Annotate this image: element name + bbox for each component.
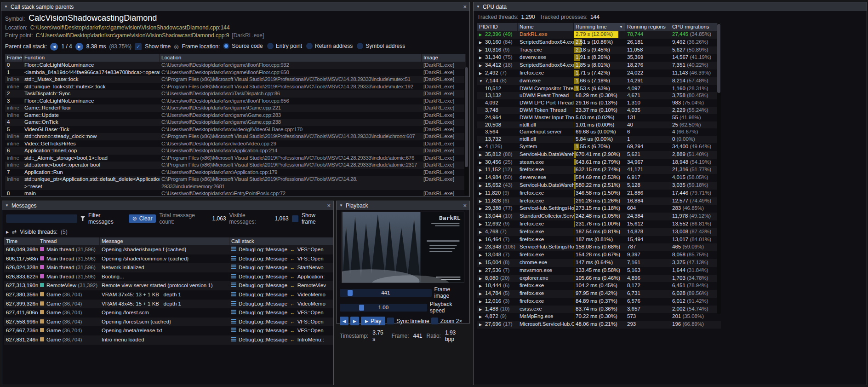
radio-return-address[interactable]: Return address [306, 43, 353, 49]
callstack-list-icon[interactable] [231, 292, 236, 296]
callstack-row[interactable]: inlinestd::chrono::steady_clock::nowC:\P… [5, 133, 466, 140]
collapse-icon[interactable]: ▼ [5, 203, 9, 208]
expand-row-icon[interactable]: ▶ [479, 298, 485, 306]
expand-row-icon[interactable]: ▶ [479, 39, 485, 46]
callstack-list-icon[interactable] [231, 319, 236, 323]
prev-parent-button[interactable]: ◀ [50, 43, 58, 51]
cpu-row[interactable]: ▶18,444(6)firefox.exe104.2 ms (0.45%)8,1… [477, 282, 721, 290]
visible-threads-expander-icon[interactable]: ▶ [6, 230, 9, 234]
col-pid-tid[interactable]: PID/TID [477, 23, 518, 31]
sync-timeline-checkbox[interactable]: ✓ [387, 318, 394, 324]
expand-row-icon[interactable]: ▶ [479, 159, 485, 167]
location-cell[interactable]: C:\Users\wolf\Desktop\darkrl\src\TaskDis… [160, 90, 422, 98]
location-cell[interactable]: C:\Program Files (x86)\Microsoft Visual … [160, 162, 422, 169]
cpu-row[interactable]: ▶11,820(9)firefox.exe346.58 ms (1.50%)21… [477, 190, 721, 197]
expand-row-icon[interactable]: ▶ [479, 267, 485, 275]
cpu-row[interactable]: ▶14,984(50)devenv.exe584.69 ms (2.53%)6,… [477, 174, 721, 182]
location-cell[interactable]: C:\Users\wolf\Desktop\darkrl\src\game\Ga… [160, 112, 422, 119]
cpu-row[interactable]: ▶12,692(9)firefox.exe231.76 ms (1.00%)15… [477, 220, 721, 228]
cpu-row[interactable]: ▶16,464(7)firefox.exe187 ms (0.81%)15,49… [477, 236, 721, 244]
expand-row-icon[interactable]: ▶ [479, 47, 485, 54]
cpu-row[interactable]: ▶22,396(49)DarkRL.exe2.79 s (12.06%)78,7… [477, 31, 721, 39]
cpu-row[interactable]: ▶4,768(7)firefox.exe187.54 ms (0.81%)14,… [477, 228, 721, 236]
callstack-row[interactable]: inlinestd::unique_ptr<Application,std::d… [5, 176, 466, 190]
expand-row-icon[interactable]: ▶ [479, 229, 485, 236]
cpu-row[interactable]: ▶14,784(5)firefox.exe97.95 ms (0.42%)6,7… [477, 290, 721, 298]
callstack-cell[interactable]: DebugLog::Message←StartNetwo [229, 263, 333, 272]
collapse-icon[interactable]: ▼ [476, 5, 480, 9]
location-cell[interactable]: C:\Users\wolf\Desktop\darkrl\src\Applica… [160, 169, 422, 176]
cpu-row[interactable]: ▶27,696(17)Microsoft.ServiceHub.Co48.06 … [477, 321, 721, 329]
message-row[interactable]: 627,380,356nsGame (36,704)VRAM 37x45: 13… [4, 290, 333, 300]
cpu-row[interactable]: 13,732ntdll.dll5.84 us (0.00%)10 (0.00%) [477, 136, 721, 143]
collapse-row-icon[interactable]: ▼ [479, 78, 485, 85]
filter-input[interactable] [6, 214, 77, 223]
step-forward-button[interactable]: ▶ [350, 317, 359, 325]
callstack-list-icon[interactable] [231, 265, 236, 269]
col-running-regions[interactable]: Running regions [625, 23, 670, 31]
callstack-list-icon[interactable] [231, 328, 236, 332]
callstack-row[interactable]: inlineVideo::GetTicksHiResC:\Users\wolf\… [5, 140, 466, 148]
message-row[interactable]: 626,024,328nsMain thread (31,596)Network… [4, 263, 333, 272]
scrollbar-thumb[interactable] [717, 24, 720, 93]
expand-row-icon[interactable]: ▶ [479, 182, 485, 190]
cpu-row[interactable]: ▶10,316(9)Tracy.exe2.18 s (9.45%)11,0585… [477, 46, 721, 54]
col-running-time[interactable]: Running time ▼ [574, 23, 625, 31]
expand-row-icon[interactable]: ▶ [479, 167, 485, 174]
message-row[interactable]: 627,558,996nsGame (36,704)Opening /fores… [4, 318, 333, 327]
playback-titlebar[interactable]: ▼ Playback × [337, 201, 469, 210]
close-icon[interactable]: × [463, 201, 467, 210]
expand-row-icon[interactable]: ▶ [479, 260, 485, 267]
collapse-icon[interactable]: ▼ [4, 5, 8, 9]
callstack-row[interactable]: 1<lambda_84a19dc444fae966ca174e83e708bdc… [5, 69, 466, 76]
entry-point-path[interactable]: C:\Users\wolf\Desktop\darkrl\src\game\vi… [36, 32, 229, 39]
expand-row-icon[interactable]: ▶ [479, 221, 485, 228]
location-cell[interactable]: C:\Users\wolf\Desktop\darkrl\src\game\fl… [160, 62, 422, 69]
expand-row-icon[interactable]: ▶ [479, 275, 485, 283]
cpu-row[interactable]: ▶2,492(7)firefox.exe1.71 s (7.42%)24,022… [477, 69, 721, 77]
show-time-checkbox[interactable]: ✓ [135, 43, 142, 50]
expand-row-icon[interactable]: ▶ [479, 205, 485, 213]
location-cell[interactable]: C:\Program Files (x86)\Microsoft Visual … [160, 76, 422, 83]
callstack-cell[interactable]: DebugLog::Message←VFS::Open [229, 245, 333, 254]
cpu-row[interactable]: 24,964DWM Master Input Thread5.03 ms (0.… [477, 114, 721, 121]
expand-row-icon[interactable]: ▶ [479, 198, 485, 205]
collapse-icon[interactable]: ▼ [339, 203, 343, 208]
col-cpu-migrations[interactable]: CPU migrations [670, 23, 721, 31]
show-frame-checkbox[interactable]: ✓ [292, 215, 298, 222]
expand-row-icon[interactable]: ▶ [479, 213, 485, 220]
callstack-cell[interactable]: DebugLog::Message←VFS::Open [229, 318, 333, 327]
cpu-row[interactable]: 10,512DWM Compositor Thread1.53 s (6.63%… [477, 85, 721, 92]
callstack-row[interactable]: 0Floor::CalcLightNoLuminanceC:\Users\wol… [5, 62, 466, 69]
callstack-list-icon[interactable] [231, 247, 236, 251]
callstack-row[interactable]: 3Floor::CalcLightNoLuminanceC:\Users\wol… [5, 98, 466, 105]
message-row[interactable]: 606,117,568nsMain thread (31,596)Opening… [4, 254, 333, 264]
expand-row-icon[interactable]: ▶ [479, 151, 485, 159]
callstack-row[interactable]: 5VideoGLBase::TickC:\Users\wolf\Desktop\… [5, 126, 466, 133]
cpu-row[interactable]: ▶11,152(12)firefox.exe632.15 ms (2.74%)4… [477, 166, 721, 174]
callstack-cell[interactable]: DebugLog::Message←VideoMemo [229, 290, 333, 300]
play-button[interactable]: ▶ Play [361, 317, 385, 325]
scrollbar-thumb[interactable] [465, 67, 468, 167]
callstack-cell[interactable]: DebugLog::Message←VFS::Open [229, 308, 333, 318]
radio-source-code[interactable]: Source code [223, 43, 263, 49]
frame-image-slider[interactable]: 441 [340, 289, 432, 297]
cpu-row[interactable]: ▶15,652(43)ServiceHub.DataWarehou580.22 … [477, 182, 721, 190]
expand-row-icon[interactable]: ▶ [479, 283, 485, 290]
radio-symbol-address[interactable]: Symbol address [357, 43, 405, 49]
cpu-row[interactable]: ▶4,872(9)MsMpEng.exe70.22 ms (0.30%)5732… [477, 313, 721, 321]
cpu-titlebar[interactable]: ▼ CPU data [474, 2, 867, 11]
cpu-row[interactable]: 20,508ntdll.dll1.01 ms (0.00%)4025 (62.5… [477, 121, 721, 129]
cpu-row[interactable]: ▶13,048(7)firefox.exe154.28 ms (0.67%)9,… [477, 251, 721, 259]
cpu-row[interactable]: ▶30,456(25)steam.exe643.61 ms (2.79%)34,… [477, 159, 721, 167]
cpu-row[interactable]: 13,132uDWM Event Thread68.29 ms (0.30%)4… [477, 92, 721, 99]
cpu-row[interactable]: ▶34,412(18)ScriptedSandbox64.exe1.85 s (… [477, 62, 721, 69]
expand-row-icon[interactable]: ▶ [479, 321, 485, 329]
close-icon[interactable]: × [463, 2, 467, 11]
location-cell[interactable]: C:\Users\wolf\Desktop\darkrl\src\game\fl… [160, 98, 422, 105]
callstack-scrollbar[interactable] [464, 67, 468, 195]
cpu-scrollbar[interactable] [717, 23, 721, 314]
location-cell[interactable]: C:\Users\wolf\Desktop\darkrl\src\video\g… [160, 126, 422, 133]
callstack-list-icon[interactable] [231, 274, 236, 278]
location-cell[interactable]: C:\Program Files (x86)\Microsoft Visual … [160, 155, 422, 162]
